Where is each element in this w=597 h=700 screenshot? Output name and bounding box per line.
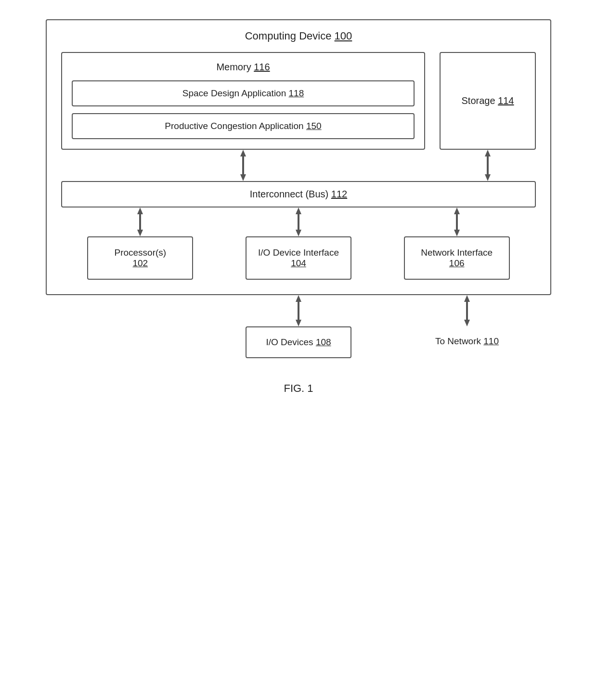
svg-marker-5 — [485, 174, 491, 181]
computing-device-box: Computing Device 100 Memory 116 Space De… — [46, 19, 551, 295]
svg-marker-6 — [137, 207, 143, 214]
io-interface-col: I/O Device Interface 104 — [220, 236, 378, 280]
memory-box: Memory 116 Space Design Application 118 … — [61, 52, 425, 150]
memory-label: Memory 116 — [72, 62, 415, 73]
diagram-area: Computing Device 100 Memory 116 Space De… — [34, 19, 563, 395]
io-devices-box: I/O Devices 108 — [246, 326, 351, 358]
svg-rect-1 — [242, 156, 244, 175]
svg-marker-9 — [296, 207, 301, 214]
svg-marker-15 — [296, 295, 301, 302]
bottom-boxes-row: Processor(s) 102 I/O Device Interface 10… — [61, 236, 536, 280]
network-interface-to-network-arrow — [460, 295, 474, 326]
io-interface-to-io-devices-arrow — [291, 295, 306, 326]
storage-box: Storage 114 — [440, 52, 536, 150]
computing-device-label: Computing Device 100 — [61, 30, 536, 42]
svg-marker-11 — [296, 230, 301, 236]
svg-rect-19 — [466, 301, 468, 320]
svg-rect-10 — [298, 213, 299, 230]
svg-marker-8 — [137, 230, 143, 236]
processor-col: Processor(s) 102 — [61, 236, 220, 280]
bus-network-interface-arrow — [450, 207, 464, 236]
fig-label: FIG. 1 — [284, 382, 313, 395]
memory-storage-row: Memory 116 Space Design Application 118 … — [61, 52, 536, 150]
svg-marker-12 — [454, 207, 460, 214]
svg-rect-7 — [139, 213, 141, 230]
processors-box: Processor(s) 102 — [87, 236, 193, 280]
svg-marker-0 — [240, 150, 246, 156]
memory-to-bus-arrows — [61, 150, 536, 181]
svg-rect-4 — [487, 156, 489, 175]
bus-io-interface-arrow — [291, 207, 306, 236]
bus-to-bottom-arrows — [61, 207, 536, 236]
storage-bus-arrow — [480, 150, 495, 181]
svg-marker-2 — [240, 174, 246, 181]
network-interface-box: Network Interface 106 — [404, 236, 510, 280]
svg-rect-13 — [456, 213, 458, 230]
svg-rect-16 — [298, 301, 299, 320]
interconnect-box: Interconnect (Bus) 112 — [61, 181, 536, 207]
bus-processor-arrow — [133, 207, 147, 236]
space-design-app-box: Space Design Application 118 — [72, 80, 415, 106]
svg-marker-18 — [464, 295, 470, 302]
memory-bus-arrow — [236, 150, 250, 181]
io-device-interface-box: I/O Device Interface 104 — [246, 236, 351, 280]
to-network-label: To Network 110 — [435, 326, 499, 347]
svg-marker-14 — [454, 230, 460, 236]
svg-marker-3 — [485, 150, 491, 156]
network-interface-col: Network Interface 106 — [377, 236, 536, 280]
outside-row: I/O Devices 108 To Network 110 — [46, 295, 551, 358]
productive-congestion-app-box: Productive Congestion Application 150 — [72, 113, 415, 139]
svg-marker-20 — [464, 320, 470, 326]
svg-marker-17 — [296, 320, 301, 326]
